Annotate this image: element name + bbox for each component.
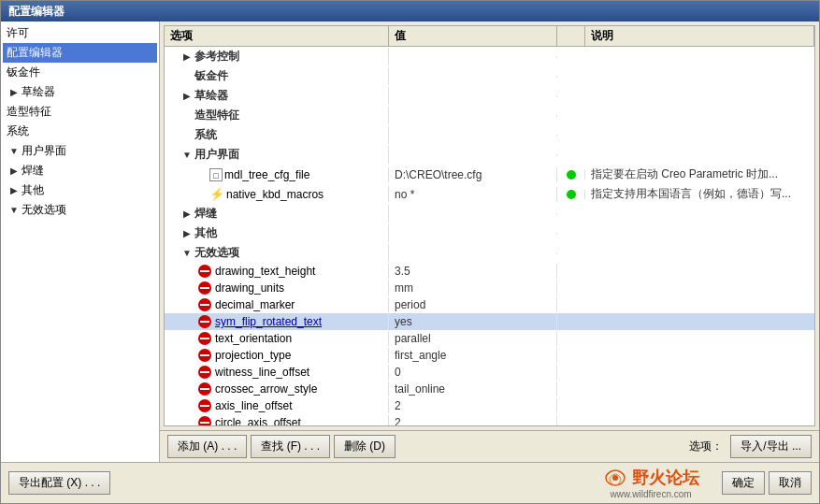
tree-node-label: ▶ 焊缝 — [165, 205, 389, 223]
tree-node-desc — [585, 76, 814, 78]
sidebar-item-system[interactable]: 系统 — [3, 122, 157, 141]
doc-icon: □ — [209, 168, 223, 181]
expand-icon[interactable]: ▶ — [180, 89, 194, 104]
tree-node-status — [557, 190, 585, 199]
tree-row[interactable]: 钣金件 — [165, 66, 814, 86]
expand-icon[interactable]: ▶ — [180, 50, 194, 65]
tree-node-value — [389, 115, 557, 117]
add-button[interactable]: 添加 (A) . . . — [167, 435, 247, 458]
item-name: drawing_units — [215, 281, 284, 295]
item-name: circle_axis_offset — [215, 416, 301, 426]
tree-node-desc — [585, 270, 814, 272]
tree-node-label: ▼ 无效选项 — [165, 244, 389, 262]
item-name: text_orientation — [215, 332, 292, 345]
tree-node-value — [389, 213, 557, 215]
tree-row[interactable]: drawing_units mm — [165, 280, 814, 296]
sidebar-item-allow[interactable]: 许可 — [3, 23, 157, 43]
ok-button[interactable]: 确定 — [722, 471, 765, 495]
col-header-name: 选项 — [165, 26, 389, 46]
cancel-button[interactable]: 取消 — [769, 471, 812, 495]
expand-ui-icon[interactable]: ▼ — [7, 144, 22, 159]
expand-icon[interactable]: ▼ — [180, 148, 194, 163]
tree-node-label: 钣金件 — [165, 67, 389, 85]
group-label: 草绘器 — [194, 88, 228, 104]
tree-node-desc — [585, 422, 814, 424]
tree-row[interactable]: ▼ 用户界面 — [165, 145, 814, 165]
sidebar-item-config-editor[interactable]: 配置编辑器 — [3, 43, 157, 63]
tree-node-desc — [585, 304, 814, 306]
item-name: drawing_text_height — [215, 265, 315, 278]
tree-node-label: 系统 — [165, 126, 389, 144]
expand-icon[interactable]: ▶ — [180, 226, 194, 241]
tree-row[interactable]: axis_line_offset 2 — [165, 397, 814, 414]
tree-node-value: D:\CREO\tree.cfg — [389, 167, 557, 182]
tree-node-value — [389, 56, 557, 58]
tree-row[interactable]: □ mdl_tree_cfg_file D:\CREO\tree.cfg 指定要… — [165, 165, 814, 184]
expand-icon[interactable]: ▼ — [180, 246, 194, 261]
tree-row[interactable]: ⚡ native_kbd_macros no * 指定支持用本国语言（例如，德语… — [165, 184, 814, 204]
tree-node-value: 3.5 — [389, 264, 557, 279]
sidebar-item-modeling[interactable]: 造型特征 — [3, 102, 157, 122]
tree-node-desc — [585, 287, 814, 289]
tree-row[interactable]: ▶ 焊缝 — [165, 204, 814, 223]
tree-node-value: tail_online — [389, 382, 557, 396]
item-name: axis_line_offset — [215, 399, 293, 412]
tree-node-desc — [585, 252, 814, 254]
tree-node-label: text_orientation — [165, 331, 389, 346]
group-label: 焊缝 — [194, 206, 217, 222]
group-label: 造型特征 — [194, 108, 239, 123]
tree-row[interactable]: circle_axis_offset 2 — [165, 414, 814, 426]
brand-name: 野火论坛 — [632, 467, 699, 489]
sidebar-item-welding[interactable]: ▶焊缝 — [3, 161, 157, 180]
invalid-icon — [198, 298, 211, 311]
right-panel: 选项 值 说明 ▶ 参考控制 — [160, 22, 819, 462]
expand-welding-icon[interactable]: ▶ — [7, 164, 22, 179]
sidebar-item-sheet-metal[interactable]: 钣金件 — [3, 63, 157, 82]
tree-node-label: ▶ 参考控制 — [165, 48, 389, 65]
tree-row-selected[interactable]: sym_flip_rotated_text yes — [165, 313, 814, 330]
sidebar-item-invalid[interactable]: ▼无效选项 — [3, 200, 157, 220]
sidebar-item-other[interactable]: ▶其他 — [3, 180, 157, 200]
footer-left: 导出配置 (X) . . . — [8, 471, 110, 495]
tree-row[interactable]: 造型特征 — [165, 106, 814, 125]
expand-other-icon[interactable]: ▶ — [7, 183, 22, 198]
export-config-button[interactable]: 导出配置 (X) . . . — [8, 471, 110, 495]
tree-row[interactable]: ▼ 无效选项 — [165, 243, 814, 263]
tree-node-value: first_angle — [389, 348, 557, 363]
tree-row[interactable]: decimal_marker period — [165, 296, 814, 313]
tree-node-desc — [585, 95, 814, 97]
brand-url: www.wildfirecn.com — [610, 489, 691, 499]
tree-node-desc — [585, 135, 814, 137]
find-button[interactable]: 查找 (F) . . . — [251, 435, 330, 458]
tree-row[interactable]: ▶ 草绘器 — [165, 86, 814, 106]
tree-row[interactable]: witness_line_offset 0 — [165, 364, 814, 381]
footer-right: 野火论坛 www.wildfirecn.com 确定 取消 — [602, 467, 812, 499]
tree-row[interactable]: text_orientation parallel — [165, 330, 814, 347]
tree-node-desc — [585, 154, 814, 156]
tree-node-value — [389, 252, 557, 254]
tree-node-value — [389, 95, 557, 97]
delete-button[interactable]: 删除 (D) — [334, 435, 396, 458]
tree-node-value — [389, 76, 557, 78]
tree-node-desc — [585, 405, 814, 407]
expand-invalid-icon[interactable]: ▼ — [7, 203, 22, 218]
tree-row[interactable]: 系统 — [165, 125, 814, 145]
tree-node-desc — [585, 354, 814, 356]
tree-row[interactable]: projection_type first_angle — [165, 347, 814, 364]
tree-node-value: 0 — [389, 365, 557, 380]
tree-row[interactable]: ▶ 其他 — [165, 223, 814, 243]
tree-node-label: drawing_text_height — [165, 264, 389, 279]
import-export-button[interactable]: 导入/导出 ... — [730, 435, 812, 458]
tree-node-label: crossec_arrow_style — [165, 382, 389, 396]
tree-node-value — [389, 233, 557, 235]
sidebar-item-ui[interactable]: ▼用户界面 — [3, 141, 157, 161]
tree-node-label: ▼ 用户界面 — [165, 146, 389, 164]
tree-row[interactable]: ▶ 参考控制 — [165, 47, 814, 66]
sidebar-item-sketcher[interactable]: ▶草绘器 — [3, 82, 157, 102]
left-panel: 许可 配置编辑器 钣金件 ▶草绘器 造型特征 系统 ▼用户界面 ▶焊缝 ▶其他 … — [1, 22, 160, 462]
expand-icon[interactable]: ▶ — [180, 207, 194, 222]
tree-row[interactable]: crossec_arrow_style tail_online — [165, 381, 814, 397]
expand-sketcher-icon[interactable]: ▶ — [7, 85, 22, 100]
tree-row[interactable]: drawing_text_height 3.5 — [165, 263, 814, 280]
group-label: 无效选项 — [194, 245, 239, 261]
